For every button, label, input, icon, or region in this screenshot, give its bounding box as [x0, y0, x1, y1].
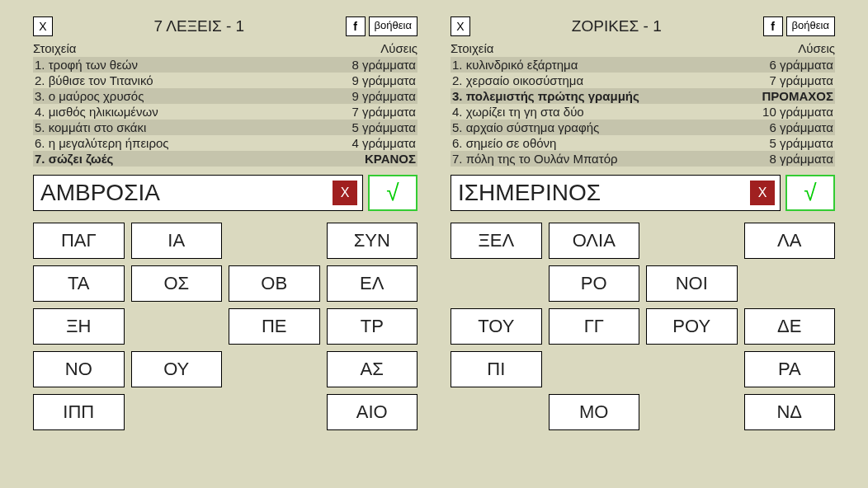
facebook-button[interactable]: f: [763, 16, 783, 36]
clue-solution: 5 γράμματα: [351, 120, 416, 134]
header-row: XΖΟΡΙΚΕΣ - 1fβοήθεια: [451, 16, 835, 36]
clue-list: 1. τροφή των θεών8 γράμματα2. βύθισε τον…: [33, 57, 417, 167]
clue-solution: 5 γράμματα: [769, 136, 833, 150]
column-label-solutions: Λύσεις: [380, 41, 417, 55]
clue-solution: 6 γράμματα: [769, 120, 833, 134]
syllable-tile[interactable]: ΣΥΝ: [327, 223, 418, 259]
clue-text: 6. η μεγαλύτερη ήπειρος: [35, 136, 169, 150]
clue-solution: 6 γράμματα: [769, 58, 833, 72]
column-labels: ΣτοιχείαΛύσεις: [451, 41, 835, 55]
clue-row[interactable]: 7. σώζει ζωέςΚΡΑΝΟΣ: [33, 151, 417, 167]
syllable-tile[interactable]: ΠΕ: [229, 308, 320, 345]
help-button[interactable]: βοήθεια: [369, 16, 417, 36]
syllable-tile[interactable]: ΟΣ: [131, 265, 223, 302]
syllable-tile[interactable]: ΤΟΥ: [451, 308, 542, 345]
clue-solution: 8 γράμματα: [351, 58, 416, 72]
header-row: X7 ΛΕΞΕΙΣ - 1fβοήθεια: [33, 16, 417, 36]
clue-solution: 4 γράμματα: [351, 136, 416, 150]
syllable-tile[interactable]: ΝΟ: [33, 351, 125, 387]
facebook-button[interactable]: f: [346, 16, 366, 36]
syllable-tile[interactable]: ΞΗ: [33, 308, 125, 345]
clue-text: 2. βύθισε τον Τιτανικό: [35, 73, 153, 87]
clue-text: 3. ο μαύρος χρυσός: [35, 89, 144, 103]
syllable-tile[interactable]: ΠΙ: [451, 351, 542, 387]
clue-text: 5. αρχαίο σύστημα γραφής: [452, 120, 599, 134]
submit-button[interactable]: √: [785, 175, 835, 211]
clue-row[interactable]: 1. τροφή των θεών8 γράμματα: [33, 57, 417, 73]
close-button[interactable]: X: [33, 16, 53, 36]
clue-row[interactable]: 5. αρχαίο σύστημα γραφής6 γράμματα: [451, 120, 835, 135]
panel-title: 7 ΛΕΞΕΙΣ - 1: [153, 17, 244, 35]
syllable-tile[interactable]: ΑΙΟ: [327, 394, 418, 430]
syllable-tile[interactable]: ΤΡ: [327, 308, 418, 345]
syllable-tile[interactable]: ΡΑ: [744, 351, 836, 387]
syllable-tile[interactable]: ΤΑ: [33, 265, 125, 302]
clue-text: 7. πόλη της το Ουλάν Μπατόρ: [452, 152, 618, 166]
syllable-tile[interactable]: ΟΛΙΑ: [549, 223, 640, 259]
syllable-tile[interactable]: ΓΓ: [549, 308, 640, 345]
submit-button[interactable]: √: [368, 175, 417, 211]
game-panel: X7 ΛΕΞΕΙΣ - 1fβοήθειαΣτοιχείαΛύσεις1. τρ…: [33, 16, 417, 472]
clue-row[interactable]: 4. χωρίζει τη γη στα δύο10 γράμματα: [451, 104, 835, 120]
syllable-tile[interactable]: ΟΒ: [229, 265, 320, 302]
help-button[interactable]: βοήθεια: [786, 16, 835, 36]
clue-solution: ΚΡΑΝΟΣ: [365, 152, 416, 166]
clue-solution: 9 γράμματα: [351, 73, 416, 87]
clue-solution: 10 γράμματα: [762, 105, 833, 119]
clue-solution: 8 γράμματα: [769, 152, 833, 166]
panel-title: ΖΟΡΙΚΕΣ - 1: [572, 17, 662, 35]
clue-row[interactable]: 4. μισθός ηλικιωμένων7 γράμματα: [33, 104, 417, 120]
syllable-tile[interactable]: ΞΕΛ: [451, 223, 542, 259]
clue-row[interactable]: 2. χερσαίο οικοσύστημα7 γράμματα: [451, 73, 835, 88]
clue-text: 2. χερσαίο οικοσύστημα: [452, 73, 583, 87]
syllable-tile[interactable]: ΡΟΥ: [646, 308, 738, 345]
clue-text: 6. σημείο σε οθόνη: [452, 136, 556, 150]
clue-row[interactable]: 3. ο μαύρος χρυσός9 γράμματα: [33, 88, 417, 104]
clue-solution: ΠΡΟΜΑΧΟΣ: [762, 89, 833, 103]
close-button[interactable]: X: [451, 16, 470, 36]
clue-row[interactable]: 6. η μεγαλύτερη ήπειρος4 γράμματα: [33, 135, 417, 151]
clue-row[interactable]: 6. σημείο σε οθόνη5 γράμματα: [451, 135, 835, 151]
input-row: ΑΜΒΡΟΣΙΑX√: [33, 175, 417, 211]
clue-solution: 7 γράμματα: [351, 105, 416, 119]
clue-text: 3. πολεμιστής πρώτης γραμμής: [452, 89, 639, 103]
game-panel: XΖΟΡΙΚΕΣ - 1fβοήθειαΣτοιχείαΛύσεις1. κυλ…: [451, 16, 835, 472]
clue-text: 7. σώζει ζωές: [35, 152, 113, 166]
answer-input[interactable]: ΙΣΗΜΕΡΙΝΟΣX: [451, 175, 781, 211]
clue-row[interactable]: 5. κομμάτι στο σκάκι5 γράμματα: [33, 120, 417, 135]
clue-solution: 9 γράμματα: [351, 89, 416, 103]
column-labels: ΣτοιχείαΛύσεις: [33, 41, 417, 55]
syllable-tile[interactable]: ΝΔ: [744, 394, 836, 430]
answer-text: ΙΣΗΜΕΡΙΝΟΣ: [458, 180, 601, 206]
clue-solution: 7 γράμματα: [769, 73, 833, 87]
syllable-tile[interactable]: ΠΑΓ: [33, 223, 125, 259]
clue-text: 4. χωρίζει τη γη στα δύο: [452, 105, 584, 119]
column-label-clues: Στοιχεία: [33, 41, 77, 55]
clue-text: 5. κομμάτι στο σκάκι: [35, 120, 146, 134]
syllable-tile[interactable]: ΛΑ: [744, 223, 836, 259]
syllable-tile[interactable]: ΝΟΙ: [646, 265, 738, 302]
header-right-buttons: fβοήθεια: [346, 16, 417, 36]
syllable-tile[interactable]: ΑΣ: [327, 351, 418, 387]
clue-row[interactable]: 2. βύθισε τον Τιτανικό9 γράμματα: [33, 73, 417, 88]
syllable-tile[interactable]: ΕΛ: [327, 265, 418, 302]
tile-grid: ΞΕΛΟΛΙΑΛΑΡΟΝΟΙΤΟΥΓΓΡΟΥΔΕΠΙΡΑΜΟΝΔ: [451, 223, 835, 430]
syllable-tile[interactable]: ΜΟ: [549, 394, 640, 430]
clue-row[interactable]: 3. πολεμιστής πρώτης γραμμήςΠΡΟΜΑΧΟΣ: [451, 88, 835, 104]
syllable-tile[interactable]: ΔΕ: [744, 308, 836, 345]
clue-list: 1. κυλινδρικό εξάρτημα6 γράμματα2. χερσα…: [451, 57, 835, 167]
syllable-tile[interactable]: ΙΑ: [131, 223, 223, 259]
column-label-solutions: Λύσεις: [798, 41, 835, 55]
clear-button[interactable]: X: [750, 181, 775, 205]
clear-button[interactable]: X: [333, 181, 357, 205]
answer-input[interactable]: ΑΜΒΡΟΣΙΑX: [33, 175, 363, 211]
syllable-tile[interactable]: ΙΠΠ: [33, 394, 125, 430]
column-label-clues: Στοιχεία: [451, 41, 494, 55]
syllable-tile[interactable]: ΡΟ: [549, 265, 640, 302]
clue-row[interactable]: 7. πόλη της το Ουλάν Μπατόρ8 γράμματα: [451, 151, 835, 167]
header-right-buttons: fβοήθεια: [763, 16, 835, 36]
input-row: ΙΣΗΜΕΡΙΝΟΣX√: [451, 175, 835, 211]
clue-row[interactable]: 1. κυλινδρικό εξάρτημα6 γράμματα: [451, 57, 835, 73]
syllable-tile[interactable]: ΟΥ: [131, 351, 223, 387]
tile-grid: ΠΑΓΙΑΣΥΝΤΑΟΣΟΒΕΛΞΗΠΕΤΡΝΟΟΥΑΣΙΠΠΑΙΟ: [33, 223, 417, 430]
